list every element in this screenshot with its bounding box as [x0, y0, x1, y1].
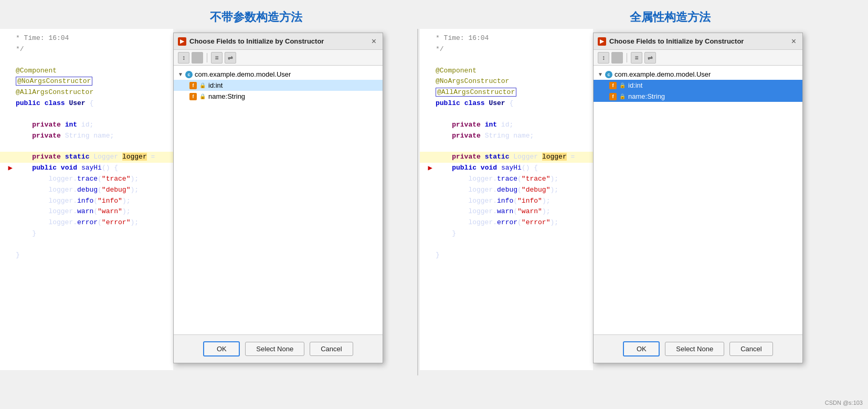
code-line: logger.info("info");	[0, 196, 173, 207]
code-line	[420, 109, 593, 120]
cancel-button[interactable]: Cancel	[310, 342, 353, 356]
toolbar-btn-2[interactable]	[192, 52, 203, 64]
code-line: @Component	[420, 66, 593, 77]
code-line: logger.warn("warn");	[420, 206, 593, 217]
right-code-panel: * Time: 16:04 */ @Component @NoArgsConst…	[420, 29, 593, 370]
right-close-button[interactable]: ×	[789, 36, 798, 47]
code-line: ▶ public void sayHi() {	[0, 163, 173, 174]
left-code-panel: * Time: 16:04 */ @Component @NoArgsConst…	[0, 29, 173, 370]
right-field-name-item[interactable]: f 🔒 name:String	[594, 91, 802, 102]
field-id-label: id:int	[208, 81, 223, 89]
code-line: logger.info("info");	[420, 196, 593, 207]
right-class-icon: c	[605, 71, 612, 78]
field-id-item[interactable]: f 🔒 id:int	[174, 80, 383, 91]
code-line: * Time: 16:04	[420, 33, 593, 44]
class-icon: c	[185, 71, 193, 78]
code-line	[420, 239, 593, 250]
code-line: public class User {	[0, 98, 173, 109]
right-filter-button[interactable]: ⇌	[644, 52, 656, 64]
code-line: private static Logger logger =	[0, 152, 173, 163]
right-toolbar-btn-2[interactable]	[611, 52, 623, 64]
divider	[417, 29, 418, 375]
field-name-item[interactable]: f 🔒 name:String	[174, 91, 383, 102]
left-section-title: 不带参数构造方法	[210, 9, 302, 25]
code-line: private int id;	[0, 120, 173, 131]
right-ok-button[interactable]: OK	[623, 341, 660, 356]
ok-button[interactable]: OK	[203, 341, 240, 356]
align-button[interactable]: ≡	[211, 52, 223, 64]
dialog-toolbar: ↕ ≡ ⇌	[174, 50, 383, 66]
close-button[interactable]: ×	[369, 36, 378, 47]
code-line: * Time: 16:04	[0, 33, 173, 44]
right-dialog-title: ▶ Choose Fields to Initialize by Constru…	[598, 37, 744, 46]
code-line: }	[0, 250, 173, 261]
code-line: @Component	[0, 66, 173, 77]
left-dialog: ▶ Choose Fields to Initialize by Constru…	[173, 33, 383, 363]
dialog-title: ▶ Choose Fields to Initialize by Constru…	[178, 37, 324, 46]
right-lock-icon-id: 🔒	[619, 82, 626, 88]
code-line: logger.trace("trace");	[0, 174, 173, 185]
code-line-no-args: @NoArgsConstructor	[0, 76, 173, 87]
code-line-all-args: @AllArgsConstructor	[420, 87, 593, 98]
toolbar-separator	[207, 53, 207, 62]
expand-icon[interactable]: ▼	[178, 71, 183, 77]
lock-icon-name: 🔒	[199, 93, 206, 99]
code-line: @NoArgsConstructor	[420, 76, 593, 87]
tree-root: ▼ c com.example.demo.model.User	[174, 69, 383, 80]
right-field-id-label: id:int	[628, 81, 642, 89]
right-cancel-button[interactable]: Cancel	[729, 342, 772, 356]
right-dialog-app-icon: ▶	[598, 37, 606, 46]
right-dialog: ▶ Choose Fields to Initialize by Constru…	[593, 33, 803, 363]
right-tree-root: ▼ c com.example.demo.model.User	[594, 69, 802, 80]
dialog-app-icon: ▶	[178, 37, 186, 46]
class-path: com.example.demo.model.User	[195, 70, 291, 78]
field-icon-id: f	[189, 82, 197, 89]
code-line: }	[420, 228, 593, 239]
right-field-icon-id: f	[609, 82, 617, 89]
dialog-footer: OK Select None Cancel	[174, 334, 383, 363]
fields-tree: ▼ c com.example.demo.model.User f 🔒 id:i…	[174, 66, 383, 334]
code-line	[0, 55, 173, 66]
code-line: private int id;	[420, 120, 593, 131]
code-line: */	[420, 44, 593, 55]
select-none-button[interactable]: Select None	[245, 342, 304, 356]
right-select-none-button[interactable]: Select None	[665, 342, 724, 356]
right-dialog-title-text: Choose Fields to Initialize by Construct…	[609, 37, 744, 45]
code-line: @AllArgsConstructor	[0, 87, 173, 98]
field-name-label: name:String	[208, 92, 245, 100]
sort-button[interactable]: ↕	[178, 52, 189, 64]
code-line: private String name;	[0, 131, 173, 142]
code-line: private static Logger logger =	[420, 152, 593, 163]
lock-icon-id: 🔒	[199, 82, 206, 88]
field-icon-name: f	[189, 93, 197, 100]
code-line: logger.debug("debug");	[420, 185, 593, 196]
code-line: logger.warn("warn");	[0, 206, 173, 217]
code-line: logger.error("error");	[420, 217, 593, 228]
code-line	[0, 141, 173, 152]
filter-button[interactable]: ⇌	[225, 52, 236, 64]
right-dialog-titlebar: ▶ Choose Fields to Initialize by Constru…	[594, 33, 802, 50]
code-line: */	[0, 44, 173, 55]
right-lock-icon-name: 🔒	[619, 93, 626, 99]
code-line	[420, 141, 593, 152]
code-line	[420, 55, 593, 66]
dialog-content: ↕ ≡ ⇌ ▼ c com.example.demo.model.User f …	[174, 50, 383, 363]
right-field-name-label: name:String	[628, 92, 665, 100]
right-sort-button[interactable]: ↕	[598, 52, 609, 64]
right-toolbar-separator	[627, 53, 627, 62]
right-fields-tree: ▼ c com.example.demo.model.User f 🔒 id:i…	[594, 66, 802, 334]
right-dialog-content: ↕ ≡ ⇌ ▼ c com.example.demo.model.User f …	[594, 50, 802, 363]
right-align-button[interactable]: ≡	[631, 52, 642, 64]
dialog-titlebar: ▶ Choose Fields to Initialize by Constru…	[174, 33, 383, 50]
right-expand-icon[interactable]: ▼	[598, 71, 603, 77]
code-line: ▶ public void sayHi() {	[420, 163, 593, 174]
right-class-path: com.example.demo.model.User	[615, 70, 711, 78]
code-line: private String name;	[420, 131, 593, 142]
code-line: public class User {	[420, 98, 593, 109]
right-field-id-item[interactable]: f 🔒 id:int	[594, 80, 802, 91]
right-section-title: 全属性构造方法	[630, 9, 711, 25]
code-line: }	[0, 228, 173, 239]
dialog-title-text: Choose Fields to Initialize by Construct…	[189, 37, 324, 45]
watermark: CSDN @s:103	[825, 400, 863, 406]
code-line: }	[420, 250, 593, 261]
